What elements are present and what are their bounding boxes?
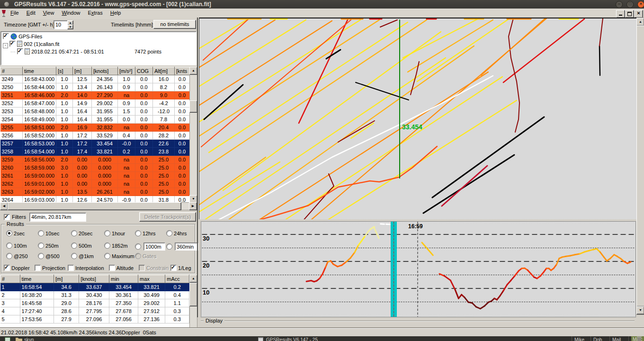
checkbox-interpolation[interactable]: Interpolation (68, 265, 104, 271)
menu-help[interactable]: Help (107, 9, 125, 19)
scroll-up-button[interactable]: ▲ (189, 67, 197, 75)
checkbox-constrain[interactable]: Constrain (139, 265, 169, 271)
checkbox-icon[interactable] (35, 265, 41, 271)
radio-input[interactable]: 360min (175, 242, 198, 251)
tree-file-checkbox[interactable] (9, 41, 16, 47)
window-icon[interactable] (258, 337, 263, 341)
mdi-minimize-button[interactable] (616, 10, 625, 18)
window-titlebar[interactable]: GPSResults V6.147 - 25.02.2016 - www.gps… (0, 0, 644, 9)
close-window-button[interactable]: × (637, 1, 644, 8)
menu-extras[interactable]: Extras (84, 9, 107, 19)
filters-checkbox[interactable] (4, 214, 10, 220)
radio-input[interactable]: 1000m (143, 242, 165, 251)
radio-icon[interactable] (38, 230, 44, 236)
menu-view[interactable]: View (39, 9, 58, 19)
radio-icon[interactable] (166, 230, 172, 236)
table-row[interactable]: 326216:59:01.0001.00.000.000na0.025.00.0 (0, 180, 190, 188)
radio-10sec[interactable]: 10sec (38, 230, 59, 236)
radio-20sec[interactable]: 20sec (71, 230, 92, 236)
radio-12hrs[interactable]: 12hrs (135, 230, 156, 236)
tree-item-session[interactable]: ⋯ 2018.02.21 05:47:21 - 08:51:01 7472 po… (10, 48, 104, 56)
radio-icon[interactable] (71, 253, 77, 259)
checkbox-doppler[interactable]: Doppler (4, 265, 30, 271)
hscroll-thumb[interactable] (8, 202, 181, 210)
trackpoint-table-vscrollbar[interactable]: ▲ ▼ (189, 67, 197, 203)
table-row[interactable]: 216:38:2031.330.43030.36130.4990.4 (0, 291, 189, 299)
column-header[interactable]: # (0, 67, 23, 75)
column-header[interactable]: [m] (73, 67, 92, 75)
taskbar-item[interactable]: GPSResults V6.147 - 25 (266, 337, 318, 341)
taskbar-item-dob[interactable]: Dob (593, 337, 602, 341)
folder-icon[interactable] (16, 337, 22, 341)
tree-item-file[interactable]: - 002 (1)callan.fit (3, 41, 59, 48)
table-row[interactable]: 326316:59:02.0001.013.526.261na0.025.00.… (0, 188, 190, 196)
table-row[interactable]: 517:53:5627.927.09627.05627.1360.3 (0, 315, 189, 323)
radio-1hour[interactable]: 1hour (104, 230, 125, 236)
taskbar-item[interactable]: skyp (24, 337, 34, 341)
table-row[interactable]: 116:58:5434.633.63733.45433.8210.2 (0, 283, 189, 291)
timezone-input[interactable]: 10 (54, 20, 68, 29)
column-header[interactable]: COG (135, 67, 153, 75)
menu-edit[interactable]: Edit (23, 9, 39, 19)
vscroll-thumb[interactable] (189, 283, 197, 306)
radio-24hrs[interactable]: 24hrs (166, 230, 187, 236)
table-row[interactable]: 325516:58:51.0002.016.932.832na0.020.40.… (0, 124, 190, 132)
checkbox-altitude[interactable]: Altitude (109, 265, 134, 271)
column-header[interactable]: [knots] (92, 67, 118, 75)
table-row[interactable]: 325916:58:56.0002.00.000.000na0.025.00.0 (0, 156, 190, 164)
radio-icon[interactable] (135, 253, 141, 259)
radio-icon[interactable] (6, 253, 12, 259)
table-row[interactable]: 325216:58:47.0001.014.929.0020.90.0-4.20… (0, 99, 190, 108)
checkbox-icon[interactable] (4, 265, 10, 271)
table-row[interactable]: 325616:58:52.0001.017.233.5290.40.028.20… (0, 132, 190, 140)
scroll-up-button[interactable]: ▲ (189, 275, 197, 283)
menu-window[interactable]: Window (58, 9, 84, 19)
table-row[interactable]: 326416:59:03.0001.012.624.570-0.90.031.8… (0, 196, 190, 203)
mdi-restore-button[interactable] (625, 10, 634, 18)
column-header[interactable]: max (138, 275, 165, 283)
radio-icon[interactable] (71, 242, 77, 249)
radio-maximum[interactable]: Maximum (104, 253, 134, 259)
radio-icon[interactable] (104, 242, 110, 249)
column-header[interactable]: [knts (175, 67, 190, 75)
trackpoint-table-hscrollbar[interactable]: ◀ ▶ (0, 202, 197, 210)
radio-500m[interactable]: 500m (71, 242, 92, 249)
radio-1852m[interactable]: 1852m (104, 242, 128, 249)
minimize-window-button[interactable]: – (616, 1, 623, 8)
scroll-down-button[interactable]: ▼ (636, 306, 644, 314)
column-header[interactable]: [m/s²] (118, 67, 135, 75)
taskbar-app-icon[interactable] (5, 337, 10, 341)
radio-icon[interactable] (104, 253, 110, 259)
tree-session-checkbox[interactable] (17, 48, 23, 54)
filters-input[interactable]: 46min, 20.817km (29, 213, 86, 222)
column-header[interactable]: [knots] (79, 275, 109, 283)
checkbox-1leg[interactable]: 1/Leg (170, 265, 191, 271)
column-header[interactable]: mAcc (165, 275, 189, 283)
scroll-up-button[interactable]: ▲ (636, 18, 644, 26)
radio-icon[interactable] (135, 243, 141, 250)
table-row[interactable]: 325716:58:53.0001.017.233.454-0.00.022.6… (0, 140, 190, 148)
mdi-close-button[interactable]: ✕ (634, 10, 643, 18)
delete-trackpoints-button[interactable]: Delete Trackpoint(s) (139, 212, 196, 222)
column-header[interactable]: # (0, 275, 20, 283)
table-row[interactable]: 316:45:5829.028.17627.35029.0021.1 (0, 299, 189, 307)
radio-icon[interactable] (135, 230, 141, 236)
radio-1km[interactable]: @1km (71, 253, 94, 259)
radio-icon[interactable] (104, 230, 110, 236)
tree-item-root[interactable]: GPS-Files (3, 33, 42, 41)
checkbox-icon[interactable] (170, 265, 177, 271)
column-header[interactable]: Alt[m] (153, 67, 175, 75)
radio-1000m[interactable]: 1000m (135, 242, 165, 251)
maximize-window-button[interactable]: □ (626, 1, 634, 8)
scroll-right-button[interactable]: ▶ (189, 202, 197, 210)
table-row[interactable]: 417:27:4028.627.79527.67827.9120.3 (0, 307, 189, 315)
track-map[interactable]: 33.454 (199, 18, 636, 220)
scroll-left-button[interactable]: ◀ (0, 202, 8, 210)
trash-icon[interactable] (636, 336, 642, 341)
radio-icon[interactable] (71, 230, 77, 236)
column-header[interactable]: time (23, 67, 56, 75)
taskbar-item-mike[interactable]: Mike (574, 337, 584, 341)
vscroll-thumb[interactable] (636, 26, 644, 307)
radio-250m[interactable]: 250m (38, 242, 59, 249)
checkbox-icon[interactable] (139, 265, 145, 271)
